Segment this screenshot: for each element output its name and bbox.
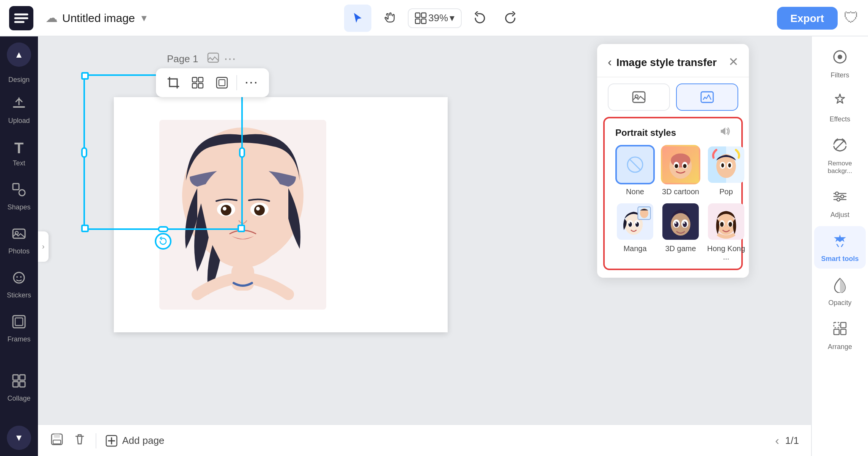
select-tool-button[interactable] xyxy=(344,4,371,31)
svg-point-48 xyxy=(675,164,678,168)
speaker-icon[interactable] xyxy=(720,126,731,139)
sidebar-collapse-button[interactable]: ▼ xyxy=(7,426,31,450)
right-tool-remove-bg[interactable]: Remove backgr... xyxy=(814,131,866,181)
sidebar-item-frames[interactable]: Frames xyxy=(2,308,36,349)
sidebar-item-text[interactable]: T Text xyxy=(2,134,36,173)
filters-icon xyxy=(832,49,848,69)
style-manga-label: Manga xyxy=(623,244,646,253)
app-logo[interactable] xyxy=(9,6,33,30)
export-button[interactable]: Export xyxy=(777,6,838,29)
toggle-up-icon: ▲ xyxy=(14,49,24,60)
upload-label: Upload xyxy=(8,117,30,124)
svg-rect-3 xyxy=(415,13,420,17)
svg-rect-7 xyxy=(13,106,25,108)
panel-tab-image[interactable] xyxy=(608,83,670,111)
canvas-image[interactable] xyxy=(114,97,448,332)
zoom-control[interactable]: 39% ▾ xyxy=(408,8,462,28)
style-3dgame[interactable]: 3D game xyxy=(661,202,700,261)
svg-point-72 xyxy=(683,222,687,227)
opacity-label: Opacity xyxy=(828,299,851,307)
document-title-area[interactable]: ☁ Untitled image ▼ xyxy=(46,11,149,25)
right-tool-filters[interactable]: Filters xyxy=(814,42,866,85)
delete-icon[interactable] xyxy=(73,432,86,449)
effects-icon xyxy=(832,93,848,113)
adjust-label: Adjust xyxy=(830,211,849,219)
zoom-level: 39% xyxy=(428,12,448,24)
right-tool-adjust[interactable]: Adjust xyxy=(814,182,866,225)
svg-rect-5 xyxy=(415,19,420,23)
crop-button[interactable] xyxy=(162,71,185,94)
svg-point-79 xyxy=(720,222,723,227)
arrange-icon xyxy=(832,320,848,341)
right-tool-arrange[interactable]: Arrange xyxy=(814,314,866,357)
svg-point-49 xyxy=(683,164,686,168)
style-thumb-pop xyxy=(706,145,746,184)
resize-handle-tl[interactable] xyxy=(81,72,89,80)
style-thumb-3dgame xyxy=(661,202,700,241)
svg-rect-36 xyxy=(198,83,203,88)
style-3dcartoon[interactable]: 3D cartoon xyxy=(661,145,700,196)
save-icon[interactable] xyxy=(50,432,64,449)
toolbar-divider xyxy=(236,75,237,90)
effects-label: Effects xyxy=(830,115,851,123)
more-options-button[interactable]: ⋯ xyxy=(240,71,263,94)
svg-point-63 xyxy=(629,222,630,224)
shield-icon[interactable]: 🛡 xyxy=(844,9,859,27)
svg-rect-95 xyxy=(834,329,839,335)
panel-title: Image style transfer xyxy=(616,56,728,68)
svg-rect-37 xyxy=(217,77,227,88)
shapes-icon xyxy=(11,182,27,201)
page-image-icon[interactable] xyxy=(207,52,219,66)
redo-button[interactable] xyxy=(497,4,524,31)
panel-close-button[interactable]: ✕ xyxy=(728,55,738,69)
sidebar-item-collage[interactable]: Collage xyxy=(2,367,36,408)
right-panel: Filters Effects Remove backgr... Adjust xyxy=(811,36,868,456)
svg-rect-93 xyxy=(834,322,839,328)
undo-button[interactable] xyxy=(466,4,494,31)
svg-point-9 xyxy=(19,190,25,196)
opacity-icon xyxy=(832,276,848,297)
upload-icon xyxy=(11,96,27,115)
zoom-chevron-icon: ▾ xyxy=(450,12,455,24)
svg-rect-34 xyxy=(198,77,203,82)
style-hongkong[interactable]: Hong Kong ... xyxy=(706,202,746,261)
panel-tab-style[interactable] xyxy=(676,83,738,111)
grid-button[interactable] xyxy=(186,71,209,94)
frame-button[interactable] xyxy=(211,71,233,94)
resize-handle-ml[interactable] xyxy=(81,147,87,157)
style-none-label: None xyxy=(626,187,644,196)
page-more-icon[interactable]: ⋯ xyxy=(224,52,236,66)
style-manga[interactable]: Manga xyxy=(615,202,655,261)
stickers-icon xyxy=(11,270,27,289)
style-none[interactable]: None xyxy=(615,145,655,196)
right-tool-smart-tools[interactable]: Smart tools xyxy=(814,226,866,269)
collage-icon xyxy=(11,373,27,392)
sidebar-item-upload[interactable]: Upload xyxy=(2,90,36,131)
page-navigation: ‹ 1/1 xyxy=(775,434,799,447)
panel-back-button[interactable]: ‹ xyxy=(608,55,612,69)
photos-icon xyxy=(11,226,27,245)
canvas-area: › Page 1 ⋯ xyxy=(38,36,811,456)
svg-point-91 xyxy=(841,195,844,198)
style-pop[interactable]: Pop xyxy=(706,145,746,196)
sidebar-item-shapes[interactable]: Shapes xyxy=(2,176,36,217)
resize-handle-bl[interactable] xyxy=(81,225,89,232)
canvas-document xyxy=(114,97,448,332)
collapse-icon: ▼ xyxy=(14,432,24,443)
svg-point-74 xyxy=(683,222,685,223)
prev-page-button[interactable]: ‹ xyxy=(775,434,779,447)
remove-bg-icon xyxy=(832,137,848,157)
smart-tools-label: Smart tools xyxy=(821,255,859,263)
sidebar-item-photos[interactable]: Photos xyxy=(2,220,36,261)
sidebar-collapse-tab[interactable]: › xyxy=(38,231,49,261)
add-page-button[interactable]: Add page xyxy=(105,434,164,447)
more-icon: ⋯ xyxy=(244,74,259,91)
sidebar-item-stickers[interactable]: Stickers xyxy=(2,264,36,305)
right-tool-opacity[interactable]: Opacity xyxy=(814,270,866,313)
hand-tool-button[interactable] xyxy=(376,4,403,31)
sidebar-toggle-up[interactable]: ▲ xyxy=(7,42,31,67)
style-3dgame-label: 3D game xyxy=(665,244,696,253)
svg-point-29 xyxy=(254,205,265,215)
right-tool-effects[interactable]: Effects xyxy=(814,86,866,129)
svg-rect-94 xyxy=(841,322,846,328)
